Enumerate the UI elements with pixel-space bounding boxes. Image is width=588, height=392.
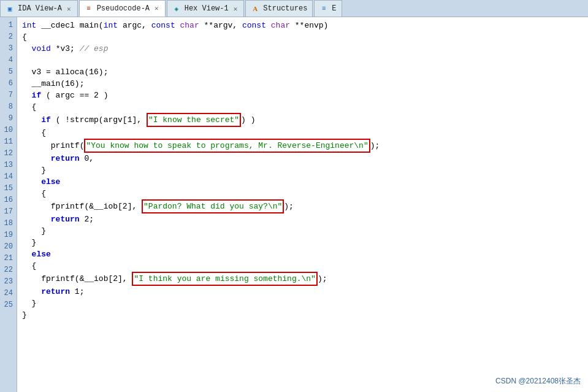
ln-4: 4: [2, 55, 13, 66]
tab-close-pseudo[interactable]: ✕: [153, 4, 160, 13]
ln-20: 20: [2, 241, 13, 253]
code-line-15: {: [22, 188, 583, 199]
highlight-string-4: "I think you are missing something.\n": [132, 272, 317, 286]
tab-label-extra: E: [332, 4, 336, 13]
line-numbers: 1 2 3 4 5 6 7 8 9 10 11 12 13 14 15 16 1…: [0, 17, 17, 392]
code-line-17: return 2;: [22, 213, 583, 225]
tab-extra[interactable]: ≡ E: [314, 0, 342, 17]
tab-icon-extra: ≡: [319, 4, 328, 13]
code-line-12: return 0,: [22, 153, 583, 164]
code-line-13: }: [22, 164, 583, 176]
code-line-23: return 1;: [22, 286, 583, 298]
watermark: CSDN @20212408张圣杰: [495, 375, 581, 387]
tab-structures[interactable]: A Structures: [245, 0, 313, 17]
tab-label-struct: Structures: [263, 4, 307, 13]
code-line-7: if ( argc == 2 ): [22, 90, 583, 101]
tab-label-ida: IDA View-A: [18, 4, 62, 13]
ln-2: 2: [2, 31, 13, 43]
tab-icon-ida: ▣: [6, 4, 14, 13]
code-line-9: if ( !strcmp(argv[1], "I know the secret…: [22, 113, 583, 127]
tab-label-pseudo: Pseudocode-A: [97, 4, 150, 13]
ln-17: 17: [2, 206, 13, 218]
ln-19: 19: [2, 229, 13, 241]
code-line-19: }: [22, 237, 583, 248]
ln-18: 18: [2, 218, 13, 229]
ln-21: 21: [2, 253, 13, 264]
ln-12: 12: [2, 148, 13, 159]
ln-25: 25: [2, 299, 13, 311]
code-line-4: [22, 55, 583, 66]
ln-5: 5: [2, 66, 13, 78]
ln-11: 11: [2, 136, 13, 148]
tab-ida-view[interactable]: ▣ IDA View-A ✕: [0, 0, 78, 17]
code-area[interactable]: int __cdecl main(int argc, const char **…: [17, 17, 588, 392]
tab-pseudocode[interactable]: ≡ Pseudocode-A ✕: [79, 0, 166, 17]
ln-23: 23: [2, 276, 13, 288]
tab-close-hex[interactable]: ✕: [232, 4, 239, 13]
ln-6: 6: [2, 78, 13, 90]
code-line-2: {: [22, 31, 583, 43]
code-line-3: void *v3; // esp: [22, 43, 583, 55]
code-line-6: __main(16);: [22, 78, 583, 90]
ln-15: 15: [2, 183, 13, 194]
code-line-8: {: [22, 101, 583, 113]
code-line-10: {: [22, 127, 583, 139]
ln-9: 9: [2, 113, 13, 125]
code-line-20: else: [22, 248, 583, 260]
ln-22: 22: [2, 264, 13, 276]
code-line-1: int __cdecl main(int argc, const char **…: [22, 20, 583, 31]
code-line-25: }: [22, 309, 583, 321]
highlight-string-2: "You know how to speak to programs, Mr. …: [84, 139, 370, 153]
tab-icon-hex: ◈: [172, 4, 181, 13]
ln-3: 3: [2, 43, 13, 55]
ln-8: 8: [2, 101, 13, 113]
tab-label-hex: Hex View-1: [185, 4, 229, 13]
highlight-string-3: "Pardon? What did you say?\n": [142, 199, 284, 213]
ln-13: 13: [2, 159, 13, 171]
code-line-24: }: [22, 298, 583, 309]
ln-7: 7: [2, 90, 13, 101]
ln-24: 24: [2, 288, 13, 299]
tab-hex-view[interactable]: ◈ Hex View-1 ✕: [167, 0, 245, 17]
code-line-16: fprintf(&__iob[2], "Pardon? What did you…: [22, 199, 583, 213]
ln-10: 10: [2, 125, 13, 136]
code-line-5: v3 = alloca(16);: [22, 66, 583, 78]
ln-1: 1: [2, 20, 13, 31]
code-line-21: {: [22, 260, 583, 272]
code-line-11: printf("You know how to speak to program…: [22, 139, 583, 153]
code-line-22: fprintf(&__iob[2], "I think you are miss…: [22, 272, 583, 286]
ln-14: 14: [2, 171, 13, 183]
tab-close-ida[interactable]: ✕: [66, 4, 72, 13]
code-line-18: }: [22, 225, 583, 237]
highlight-string-1: "I know the secret": [147, 113, 241, 127]
ln-16: 16: [2, 194, 13, 206]
main-area: 1 2 3 4 5 6 7 8 9 10 11 12 13 14 15 16 1…: [0, 17, 588, 392]
tab-bar: ▣ IDA View-A ✕ ≡ Pseudocode-A ✕ ◈ Hex Vi…: [0, 0, 588, 17]
code-line-14: else: [22, 176, 583, 188]
tab-icon-struct: A: [251, 4, 259, 13]
tab-icon-pseudo: ≡: [85, 4, 93, 13]
